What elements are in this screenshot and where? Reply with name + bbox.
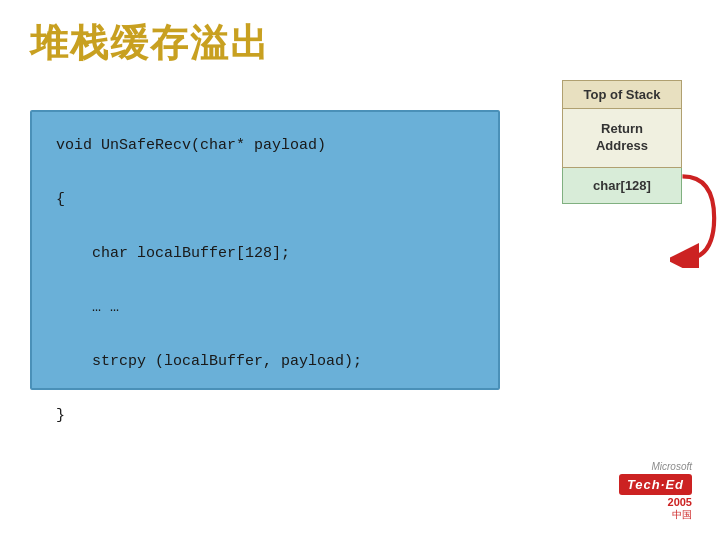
stack-return-address: ReturnAddress	[562, 109, 682, 168]
stack-diagram: Top of Stack ReturnAddress char[128]	[562, 80, 682, 204]
stack-top-label: Top of Stack	[562, 80, 682, 109]
stack-char128: char[128]	[562, 168, 682, 204]
logo-area: Microsoft Tech·Ed 2005 中国	[619, 461, 692, 522]
region-label: 中国	[672, 508, 692, 522]
teched-year: 2005	[668, 496, 692, 508]
arrow-container	[670, 168, 710, 248]
overflow-arrow	[670, 168, 720, 268]
code-content: void UnSafeRecv(char* payload) { char lo…	[56, 132, 474, 429]
teched-badge: Tech·Ed	[619, 474, 692, 495]
page-title: 堆栈缓存溢出	[30, 18, 270, 69]
microsoft-label: Microsoft	[651, 461, 692, 472]
code-box: void UnSafeRecv(char* payload) { char lo…	[30, 110, 500, 390]
